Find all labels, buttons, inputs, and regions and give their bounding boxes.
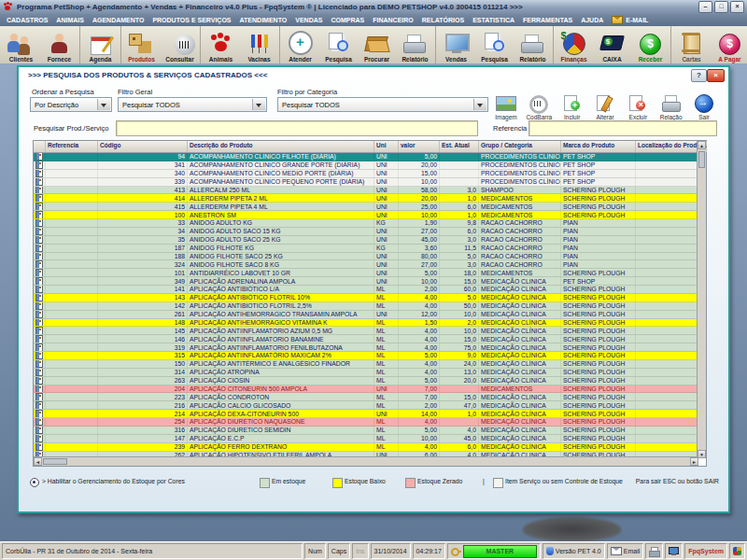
table-row[interactable]: 261APLICAÇÃO ANTIHEMORRAGICO TRANSAMIN A… [34,311,698,319]
table-row[interactable]: 143APLICAÇÃO ANTIBIÓTICO FLOTRIL 10%ML4,… [34,294,698,302]
table-row[interactable]: 33ANIDOG ADULTO KGKG1,909,8RACAO CACHORR… [34,219,698,228]
general-filter-select[interactable]: Pesquisar TODOS [118,97,267,112]
status-printer[interactable] [645,543,663,559]
action-button-rela-o[interactable]: Relação [655,83,687,120]
column-header-Referencia[interactable]: Referencia [46,141,98,152]
toolbar-button-pesquisa[interactable]: Pesquisa [475,26,514,63]
menu-item-cadastros[interactable]: CADASTROS [7,17,48,23]
status-monitor[interactable] [665,543,683,559]
menu-item-ajuda[interactable]: AJUDA [581,17,603,23]
order-filter-select[interactable]: Por Descrição [30,97,112,112]
menu-item-animais[interactable]: ANIMAIS [56,17,84,23]
column-header-Uni[interactable]: Uni [374,141,399,152]
chevron-down-icon[interactable] [252,99,265,110]
toolbar-button-pesquisa[interactable]: Pesquisa [319,26,358,63]
toolbar-button-animais[interactable]: Animais [202,26,240,63]
table-row[interactable]: 142APLICAÇÃO ANTIBIOTICO FLOTRIL 2,5%ML4… [34,302,698,311]
toolbar-button-a-pagar[interactable]: A Pagar [711,26,747,63]
table-row[interactable]: 340ACOMPANHAMENTO CLINICO MEDIO PORTE (D… [34,170,698,178]
table-row[interactable]: 339ACOMPANHAMENTO CLINICO PEQUENO PORTE … [34,178,698,187]
stock-colors-radio[interactable] [30,478,39,487]
action-button-alterar[interactable]: Alterar [589,83,621,120]
toolbar-button-clientes[interactable]: Clientes [2,26,40,63]
table-row[interactable]: 101ANTIDIARRÉICO LABOVET 10 GRUNI5,0018,… [34,269,698,277]
product-search-input[interactable] [116,120,478,136]
reference-input[interactable] [529,120,717,136]
toolbar-button-receber[interactable]: Receber [631,26,669,63]
action-button-excluir[interactable]: Excluir [622,83,654,120]
toolbar-button-finan-as[interactable]: Finanças [555,26,593,63]
table-row[interactable]: 216APLICAÇÃO CALCIO GLICOSADOML2,0047,0M… [34,401,698,410]
close-button[interactable]: × [730,1,744,13]
table-row[interactable]: 34ANIDOG ADULTO SACO 15 KGUNI27,006,0RAC… [34,228,698,236]
menu-item-vendas[interactable]: VENDAS [295,17,322,23]
action-button-sair[interactable]: Sair [688,83,720,120]
table-row[interactable]: 263APLICAÇÃO CIOSINML5,0020,0MEDICAÇÃO C… [34,377,698,385]
menu-item-estatistica[interactable]: ESTATISTICA [472,17,514,23]
table-row[interactable]: 187ANIDOG FILHOTE KGKG3,6011,5RACAO CACH… [34,245,698,253]
status-email[interactable]: Email [607,543,644,559]
toolbar-button-atender[interactable]: Atender [281,26,319,63]
column-header-Est. Atual[interactable]: Est. Atual [440,141,479,152]
table-row[interactable]: 239APLICAÇÃO FERRO DEXTRANOML4,006,0MEDI… [34,443,698,452]
table-row[interactable]: 319APLICAÇÃO ANTIINFLAMATORIO FENILBUTAZ… [34,343,698,352]
table-row[interactable]: 146APLICAÇÃO ANTIINFLAMATORIO BANAMINEML… [34,335,698,343]
table-row[interactable]: 147APLICAÇÃO E.C.PML10,0045,0MEDICAÇÃO C… [34,435,698,443]
table-row[interactable]: 349APLICAÇÃO ADRENALINA AMPOLAUNI10,0015… [34,277,698,286]
column-header-Descrição do Produto[interactable]: Descrição do Produto [188,141,374,152]
table-row[interactable]: 35ANIDOG ADULTO SACO 25 KGUNI45,003,0RAC… [34,236,698,245]
column-header-Grupo / Categoria[interactable]: Grupo / Categoria [479,141,561,152]
table-row[interactable]: 315APLICAÇÃO ANTIINFLAMATÓRIO MAXICAM 2%… [34,352,698,360]
table-row[interactable]: 415ALLERDERM PIPETA 4 MLUNI25,006,0MEDIC… [34,203,698,211]
toolbar-button-agenda[interactable]: Agenda [81,26,120,63]
help-button[interactable]: ? [691,69,707,82]
menu-item-atendimento[interactable]: ATENDIMENTO [240,17,288,23]
vertical-scroll-thumb[interactable] [698,151,705,168]
toolbar-button-relat-rio[interactable]: Relatório [514,26,552,63]
menu-item-financeiro[interactable]: FINANCEIRO [373,17,414,23]
action-button-imagem[interactable]: Imagem [490,83,522,120]
table-row[interactable]: 223APLICAÇÃO CONDROTONML7,0015,0MEDICAÇÃ… [34,393,698,401]
menu-item-relat-rios[interactable]: RELATÓRIOS [422,17,464,23]
menu-item-ferramentas[interactable]: FERRAMENTAS [523,17,572,23]
restore-button[interactable]: □ [714,1,728,13]
table-row[interactable]: 94ACOMPANHAMENTO CLINICO FILHOTE (DIÁRIA… [34,153,698,161]
scroll-left-icon[interactable]: ◄ [34,457,42,466]
scroll-up-icon[interactable]: ▲ [698,141,706,149]
toolbar-button-procurar[interactable]: Procurar [358,26,396,63]
category-filter-select[interactable]: Pesquisar TODOS [277,97,488,112]
scroll-right-icon[interactable]: ► [690,457,698,466]
table-row[interactable]: 314APLICAÇÃO ATROPINAML4,0013,0MEDICAÇÃO… [34,369,698,377]
table-row[interactable]: 188ANIDOG FILHOTE SACO 25 KGUNI80,005,0R… [34,253,698,261]
action-button-incluir[interactable]: Incluir [557,83,588,120]
toolbar-button-vacinas[interactable]: Vacinas [240,26,278,63]
action-button-codbarra[interactable]: CodBarra [523,83,555,120]
table-row[interactable]: 145APLICAÇÃO ANTIINFLAMATORIO AZIUM 0,5 … [34,327,698,335]
table-row[interactable]: 141APLICAÇÃO ANTIBIÓTICO L/AML2,0060,0ME… [34,286,698,294]
panel-close-button[interactable]: × [707,69,725,82]
column-header-icon[interactable] [34,141,46,152]
table-row[interactable]: 316APLICAÇÃO DIURETICO SEMIDINML5,004,0M… [34,427,698,435]
table-row[interactable]: 414ALLERDERM PIPETA 2 MLUNI20,001,0MEDIC… [34,194,698,203]
menu-item-produtos-e-servi-os[interactable]: PRODUTOS E SERVIÇOS [152,17,231,23]
toolbar-button-produtos[interactable]: Produtos [122,26,161,63]
menu-item-email[interactable]: E-MAIL [612,16,648,24]
toolbar-button-fornece[interactable]: Fornece [40,26,78,63]
horizontal-scroll-thumb[interactable] [43,458,67,465]
table-row[interactable]: 341ACOMPANHAMENTO CLINICO GRANDE PORTE (… [34,161,698,170]
column-header-valor[interactable]: valor [399,141,440,152]
toolbar-button-vendas[interactable]: Vendas [437,26,475,63]
table-row[interactable]: 100ANESTRON SMUNI10,001,0MEDICAMENTOSSCH… [34,211,698,219]
toolbar-button-caixa[interactable]: CAIXA [593,26,631,63]
scroll-down-icon[interactable]: ▼ [698,450,706,458]
horizontal-scrollbar[interactable]: ◄ ► [34,456,698,466]
column-header-Código[interactable]: Código [98,141,188,152]
toolbar-button-cartas[interactable]: Cartas [672,26,711,63]
table-row[interactable]: 214APLICAÇÃO DEXA-CITONEURIN 500UNI14,00… [34,410,698,418]
minimize-button[interactable]: – [698,1,712,13]
chevron-down-icon[interactable] [473,99,486,110]
vertical-scrollbar[interactable]: ▲ ▼ [697,141,706,458]
table-row[interactable]: 413ALLERCALM 250 MLUNI58,003,0SHAMPOOSCH… [34,187,698,195]
table-row[interactable]: 148APLICAÇÃO ANTIHEMORRAGICO VITAMINA KM… [34,319,698,328]
table-row[interactable]: 324ANIDOG FILHOTE SACO 8 KGUNI27,003,0RA… [34,260,698,269]
